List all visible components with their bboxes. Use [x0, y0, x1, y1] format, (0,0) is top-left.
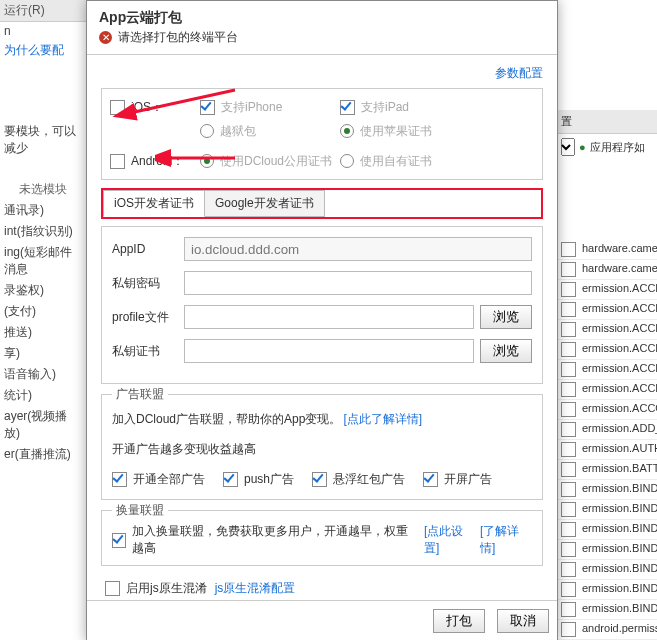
bg-text2: 要模块，可以减少 [0, 121, 86, 159]
bg-text: n [0, 22, 86, 40]
perm-checkbox[interactable] [561, 402, 576, 417]
jsmix-link[interactable]: js原生混淆配置 [215, 580, 296, 597]
permission-row[interactable]: ermission.ACCESS [557, 280, 657, 300]
perm-checkbox[interactable] [561, 522, 576, 537]
pwd-field[interactable] [184, 271, 532, 295]
permission-row[interactable]: ermission.BATTER [557, 460, 657, 480]
perm-checkbox[interactable] [561, 622, 576, 637]
left-item[interactable]: ayer(视频播放) [0, 406, 86, 444]
apple-cert-radio [340, 124, 354, 138]
cancel-button[interactable]: 取消 [497, 609, 549, 633]
ad-push-checkbox[interactable] [223, 472, 238, 487]
profile-label: profile文件 [112, 309, 184, 326]
right-btn-text: 应用程序如 [590, 140, 645, 155]
highlight-box: iOS开发者证书 Google开发者证书 [101, 188, 543, 219]
perm-checkbox[interactable] [561, 262, 576, 277]
ad-all-checkbox[interactable] [112, 472, 127, 487]
tab-google-cert[interactable]: Google开发者证书 [204, 190, 325, 217]
permission-row[interactable]: hardware.camera [557, 240, 657, 260]
left-item[interactable]: ing(短彩邮件消息 [0, 242, 86, 280]
cloud-package-dialog: App云端打包 ✕ 请选择打包的终端平台 参数配置 iOS： 支持iPhone … [86, 0, 558, 640]
ipad-checkbox [340, 100, 355, 115]
perm-checkbox[interactable] [561, 382, 576, 397]
swap-group-title: 换量联盟 [112, 502, 168, 519]
permission-row[interactable]: ermission.ACCESS_ [557, 340, 657, 360]
left-item[interactable]: 统计) [0, 385, 86, 406]
permission-row[interactable]: ermission.ACCESS_ [557, 380, 657, 400]
swap-checkbox[interactable] [112, 533, 126, 548]
browse-profile-button[interactable]: 浏览 [480, 305, 532, 329]
permission-row[interactable]: ermission.BIND_D [557, 540, 657, 560]
left-item[interactable]: 推送) [0, 322, 86, 343]
perm-checkbox[interactable] [561, 342, 576, 357]
left-item[interactable]: 通讯录) [0, 200, 86, 221]
perm-checkbox[interactable] [561, 482, 576, 497]
permission-row[interactable]: ermission.BIND_N [557, 600, 657, 620]
background-right: 置 ● 应用程序如 hardware.camerahardware.camera… [557, 0, 657, 640]
pack-button[interactable]: 打包 [433, 609, 485, 633]
appid-field[interactable] [184, 237, 532, 261]
perm-checkbox[interactable] [561, 302, 576, 317]
ad-group: 广告联盟 加入DCloud广告联盟，帮助你的App变现。 [点此了解详情] 开通… [101, 394, 543, 500]
android-checkbox[interactable] [110, 154, 125, 169]
dialog-subtitle: 请选择打包的终端平台 [118, 29, 238, 46]
permission-row[interactable]: ermission.ADD_VO [557, 420, 657, 440]
error-icon: ✕ [99, 31, 112, 44]
permission-row[interactable]: ermission.ACCESS_ [557, 320, 657, 340]
ad-splash-checkbox[interactable] [423, 472, 438, 487]
permission-row[interactable]: ermission.BIND_D [557, 580, 657, 600]
left-item[interactable]: int(指纹识别) [0, 221, 86, 242]
perm-checkbox[interactable] [561, 542, 576, 557]
permission-row[interactable]: ermission.BIND_A [557, 480, 657, 500]
perm-checkbox[interactable] [561, 422, 576, 437]
dcloud-cert-radio [200, 154, 214, 168]
perm-checkbox[interactable] [561, 582, 576, 597]
swap-learn-link[interactable]: [了解详情] [480, 523, 532, 557]
permission-row[interactable]: ermission.AUTHEN [557, 440, 657, 460]
ad-line2: 开通广告越多变现收益越高 [112, 437, 532, 461]
own-cert-radio [340, 154, 354, 168]
perm-checkbox[interactable] [561, 242, 576, 257]
right-select[interactable] [561, 138, 575, 156]
left-item[interactable]: 录鉴权) [0, 280, 86, 301]
permission-row[interactable]: ermission.BIND_C [557, 520, 657, 540]
perm-checkbox[interactable] [561, 322, 576, 337]
perm-checkbox[interactable] [561, 562, 576, 577]
cert-field[interactable] [184, 339, 474, 363]
ad-learn-link[interactable]: [点此了解详情] [343, 411, 422, 428]
appid-label: AppID [112, 242, 184, 256]
params-link[interactable]: 参数配置 [495, 66, 543, 80]
jsmix-checkbox[interactable] [105, 581, 120, 596]
swap-set-link[interactable]: [点此设置] [424, 523, 476, 557]
ad-float-checkbox[interactable] [312, 472, 327, 487]
permission-row[interactable]: ermission.ACCOUN [557, 400, 657, 420]
permission-row[interactable]: ermission.BIND_D [557, 560, 657, 580]
permission-row[interactable]: ermission.ACCESS_ [557, 360, 657, 380]
menu-run[interactable]: 运行(R) [0, 0, 86, 22]
tab-ios-cert[interactable]: iOS开发者证书 [103, 190, 205, 217]
perm-checkbox[interactable] [561, 362, 576, 377]
perm-checkbox[interactable] [561, 442, 576, 457]
left-item[interactable]: 享) [0, 343, 86, 364]
jailbreak-radio [200, 124, 214, 138]
bg-link[interactable]: 为什么要配 [0, 40, 86, 61]
left-item[interactable]: 语音输入) [0, 364, 86, 385]
permission-row[interactable]: ermission.ACCESS_ [557, 300, 657, 320]
platform-box: iOS： 支持iPhone 支持iPad 越狱包 使用苹果证书 Android：… [101, 88, 543, 180]
permission-row[interactable]: ermission.BIND_A [557, 500, 657, 520]
browse-cert-button[interactable]: 浏览 [480, 339, 532, 363]
perm-checkbox[interactable] [561, 602, 576, 617]
ad-group-title: 广告联盟 [112, 386, 168, 403]
swap-group: 换量联盟 加入换量联盟，免费获取更多用户，开通越早，权重越高 [点此设置] [了… [101, 510, 543, 566]
perm-checkbox[interactable] [561, 502, 576, 517]
profile-field[interactable] [184, 305, 474, 329]
permission-row[interactable]: android.permission.BIND.N [557, 620, 657, 640]
cert-label: 私钥证书 [112, 343, 184, 360]
ios-checkbox[interactable] [110, 100, 125, 115]
perm-checkbox[interactable] [561, 462, 576, 477]
left-item[interactable]: (支付) [0, 301, 86, 322]
perm-checkbox[interactable] [561, 282, 576, 297]
cert-form: AppID 私钥密码 profile文件 浏览 私钥证书 浏览 [101, 226, 543, 384]
left-item[interactable]: er(直播推流) [0, 444, 86, 465]
permission-row[interactable]: hardware.camera.a [557, 260, 657, 280]
